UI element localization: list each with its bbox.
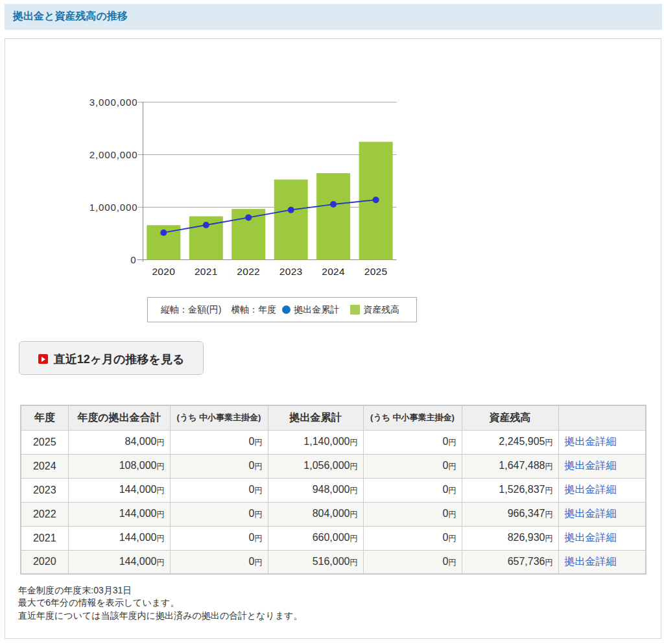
svg-text:0: 0 bbox=[130, 254, 136, 265]
svg-text:2024: 2024 bbox=[322, 266, 345, 277]
svg-text:2025: 2025 bbox=[364, 266, 388, 277]
svg-text:2023: 2023 bbox=[279, 266, 303, 277]
svg-text:1,000,000: 1,000,000 bbox=[89, 202, 138, 213]
svg-text:2,000,000: 2,000,000 bbox=[89, 149, 138, 160]
svg-text:2021: 2021 bbox=[195, 266, 218, 277]
svg-text:3,000,000: 3,000,000 bbox=[89, 97, 138, 108]
svg-text:2020: 2020 bbox=[152, 266, 175, 277]
svg-text:2022: 2022 bbox=[237, 266, 260, 277]
